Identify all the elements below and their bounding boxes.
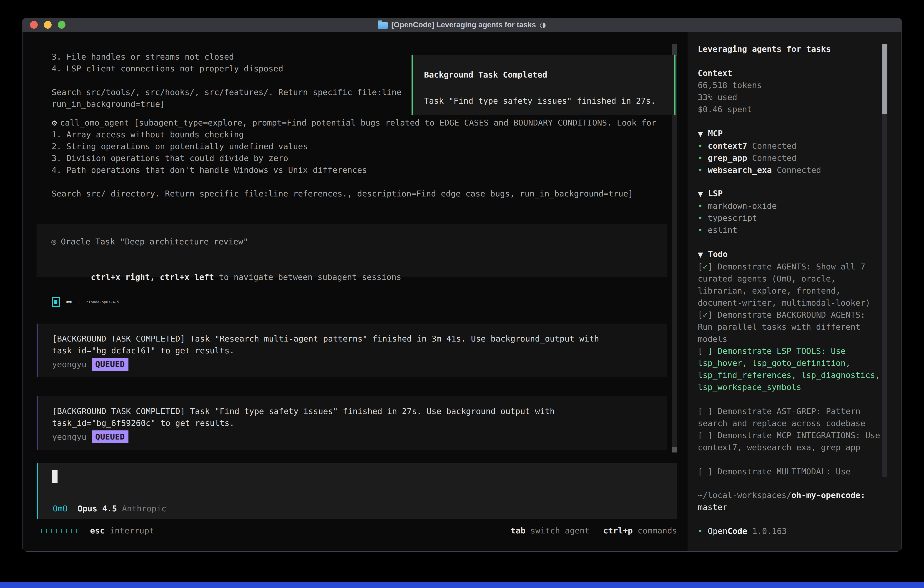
folder-icon bbox=[378, 22, 388, 29]
prompt-input[interactable]: OmO Opus 4.5 Anthropic bbox=[36, 463, 677, 519]
oracle-task-title: Oracle Task "Deep architecture review" bbox=[61, 236, 248, 248]
mcp-heading[interactable]: ▼ MCP bbox=[698, 127, 883, 140]
context-section: Context 66,518 tokens 33% used $0.46 spe… bbox=[698, 67, 883, 115]
check-icon: ✓ bbox=[703, 262, 708, 271]
task-meta-row: yeongyu QUEUED bbox=[52, 358, 667, 370]
todo-item: [ ] Demonstrate MCP INTEGRATIONS: Use co… bbox=[698, 429, 883, 453]
oracle-hint-text: to navigate between subagent sessions bbox=[214, 273, 401, 282]
app-version-number: 1.0.163 bbox=[752, 525, 787, 537]
task-message-line: [BACKGROUND TASK COMPLETED] Task "Resear… bbox=[52, 333, 667, 345]
check-icon: ✓ bbox=[703, 310, 708, 319]
input-provider-name: Anthropic bbox=[122, 503, 166, 515]
tool-call-header: ⚙ call_omo_agent [subagent_type=explore,… bbox=[52, 117, 656, 129]
context-heading: Context bbox=[698, 67, 883, 79]
connected-dot-icon: • bbox=[698, 200, 708, 212]
task-user: yeongyu bbox=[52, 360, 87, 369]
chat-scrollbar-thumb[interactable] bbox=[672, 447, 677, 453]
spacer-line bbox=[51, 248, 667, 259]
sidebar-scrollbar[interactable] bbox=[883, 44, 888, 477]
oracle-icon: ◎ bbox=[51, 236, 56, 248]
connected-dot-icon: • bbox=[698, 140, 708, 152]
background-task-toast: Background Task Completed Task "Find typ… bbox=[411, 55, 675, 115]
tab-key-label: switch agent bbox=[525, 525, 589, 537]
todo-item: [✓] Demonstrate BACKGROUND AGENTS: Run p… bbox=[698, 309, 883, 345]
task-meta-row: yeongyu QUEUED bbox=[52, 431, 667, 443]
chevron-down-icon: ▼ bbox=[698, 251, 703, 259]
oracle-hint-row: ctrl+x right, ctrl+x left to navigate be… bbox=[51, 259, 667, 295]
session-sidebar: Leveraging agents for tasks Context 66,5… bbox=[688, 32, 901, 551]
title-bar: [OpenCode] Leveraging agents for tasks ◑ bbox=[22, 18, 902, 32]
background-task-card[interactable]: [BACKGROUND TASK COMPLETED] Task "Resear… bbox=[36, 324, 667, 377]
background-task-card[interactable]: [BACKGROUND TASK COMPLETED] Task "Find t… bbox=[36, 396, 667, 450]
minimize-window-button[interactable] bbox=[44, 21, 52, 29]
agent-model: claude-opus-4-5 bbox=[86, 300, 119, 304]
oracle-task-card[interactable]: ◎ Oracle Task "Deep architecture review"… bbox=[36, 224, 667, 277]
mcp-server-name: websearch_exa bbox=[708, 164, 772, 176]
chevron-down-icon: ▼ bbox=[698, 190, 703, 198]
app-version-row: •OpenCode1.0.163 bbox=[698, 525, 883, 537]
esc-key-hint: esc bbox=[90, 525, 105, 537]
tool-call-line: 1. Array access without bounds checking bbox=[52, 129, 656, 140]
desktop-accent-bar bbox=[0, 581, 924, 588]
half-circle-status-icon: ◑ bbox=[540, 20, 546, 29]
transcript-line: Search src/tools/, src/hooks/, src/featu… bbox=[52, 86, 401, 98]
text-cursor bbox=[52, 470, 58, 483]
mcp-server-row: •grep_app Connected bbox=[698, 152, 883, 164]
lsp-server-name: eslint bbox=[708, 224, 738, 236]
sidebar-scrollbar-thumb[interactable] bbox=[883, 44, 888, 114]
connected-dot-icon: • bbox=[698, 164, 708, 176]
workspace-path-prefix: ~/local-workspaces/ bbox=[698, 491, 792, 500]
tool-call-line: 4. Path operations that don't handle Win… bbox=[52, 164, 656, 176]
context-spent: $0.46 spent bbox=[698, 103, 883, 115]
agent-name: OmO bbox=[66, 300, 72, 304]
app-name-code: Code bbox=[728, 525, 747, 537]
zoom-window-button[interactable] bbox=[58, 21, 66, 29]
omo-agent-icon bbox=[52, 297, 60, 307]
oracle-task-title-row: ◎ Oracle Task "Deep architecture review" bbox=[51, 236, 667, 248]
input-agent-name: OmO bbox=[53, 503, 68, 515]
mcp-server-row: •context7 Connected bbox=[698, 140, 883, 152]
checkbox-empty-icon bbox=[703, 406, 708, 416]
session-title: Leveraging agents for tasks bbox=[698, 43, 883, 55]
todo-text: Demonstrate AGENTS: Show all 7 curated a… bbox=[698, 262, 870, 307]
mcp-server-status: Connected bbox=[772, 164, 821, 176]
context-tokens: 66,518 tokens bbox=[698, 79, 883, 91]
app-name-open: Open bbox=[708, 525, 728, 537]
todo-heading[interactable]: ▼ Todo bbox=[698, 248, 883, 261]
activity-spinner-icon bbox=[41, 529, 77, 533]
terminal-content: 3. File handles or streams not closed 4.… bbox=[22, 32, 902, 552]
status-badge: QUEUED bbox=[92, 430, 129, 443]
checkbox-empty-icon bbox=[703, 431, 708, 440]
todo-text: Demonstrate AST-GREP: Pattern search and… bbox=[698, 406, 865, 428]
mcp-server-status: Connected bbox=[747, 140, 797, 152]
todo-item: [ ] Demonstrate MULTIMODAL: Use bbox=[698, 466, 883, 477]
commands-key-hint: ctrl+p bbox=[603, 525, 633, 537]
status-bar: esc interrupt tab switch agent ctrl+p co… bbox=[41, 525, 677, 537]
workspace-path: ~/local-workspaces/oh-my-opencode: maste… bbox=[698, 489, 883, 513]
window-title-text: [OpenCode] Leveraging agents for tasks bbox=[391, 20, 536, 29]
esc-key-label: interrupt bbox=[105, 525, 154, 537]
workspace-repo: oh-my-opencode: bbox=[792, 491, 865, 500]
chat-scrollbar-thumb-top[interactable] bbox=[672, 44, 677, 56]
tab-key-hint: tab bbox=[511, 525, 525, 537]
todo-item: [ ] Demonstrate AST-GREP: Pattern search… bbox=[698, 405, 883, 429]
transcript-line: 3. File handles or streams not closed bbox=[52, 51, 401, 63]
agent-header: OmO · claude-opus-4-5 bbox=[52, 295, 119, 309]
connected-dot-icon: • bbox=[698, 152, 708, 164]
todo-item: [✓] Demonstrate AGENTS: Show all 7 curat… bbox=[698, 261, 883, 309]
task-message-line: task_id="bg_6f59260c" to get results. bbox=[52, 417, 667, 429]
transcript-line: run_in_background=true] bbox=[52, 98, 401, 110]
assistant-text-block: 3. File handles or streams not closed 4.… bbox=[52, 51, 401, 110]
lsp-server-row: •markdown-oxide bbox=[698, 200, 883, 212]
connected-dot-icon: • bbox=[698, 212, 708, 224]
mcp-server-name: context7 bbox=[708, 140, 747, 152]
close-window-button[interactable] bbox=[30, 21, 38, 29]
commands-key-label: commands bbox=[633, 525, 677, 537]
todo-text: Demonstrate MCP INTEGRATIONS: Use contex… bbox=[698, 431, 885, 452]
lsp-heading[interactable]: ▼ LSP bbox=[698, 187, 883, 200]
window-title: [OpenCode] Leveraging agents for tasks ◑ bbox=[378, 20, 546, 29]
todo-text: Demonstrate MULTIMODAL: Use bbox=[713, 467, 851, 476]
checkbox-empty-icon bbox=[703, 346, 708, 356]
workspace-branch: master bbox=[698, 501, 883, 513]
toast-body: Task "Find type safety issues" finished … bbox=[424, 95, 674, 107]
